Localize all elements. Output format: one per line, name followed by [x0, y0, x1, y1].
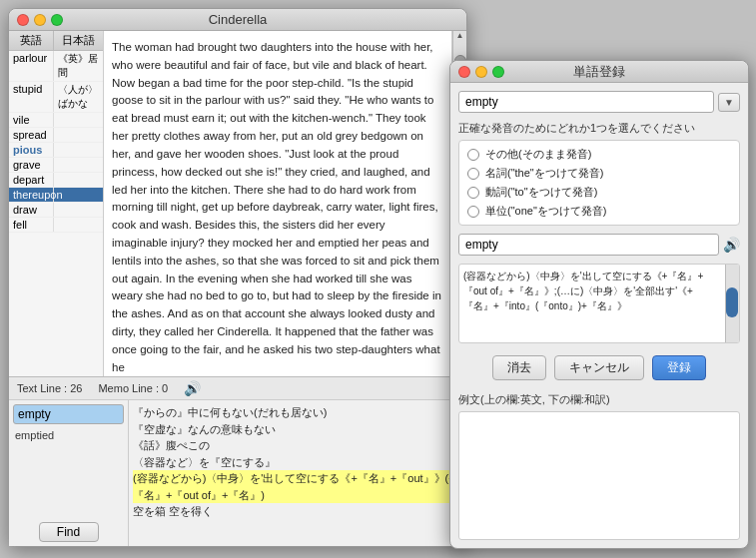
radio-noun-label: 名詞("the"をつけて発音) [485, 166, 603, 181]
radio-noun[interactable]: 名詞("the"をつけて発音) [467, 166, 731, 181]
example-box [458, 411, 740, 540]
radio-verb[interactable]: 動詞("to"をつけて発音) [467, 185, 731, 200]
main-window: Cinderella 英語 日本語 parlour 《英》居間 stupid [8, 8, 467, 547]
word-row[interactable]: fell [9, 218, 103, 233]
col-header-jp: 日本語 [54, 31, 103, 50]
memo-line-status: Memo Line : 0 [98, 382, 168, 394]
word-input[interactable] [458, 91, 714, 113]
radio-section: 正確な発音のためにどれか1つを選んでください その他(そのまま発音) 名詞("t… [458, 121, 740, 226]
radio-other-circle[interactable] [467, 149, 479, 161]
search-result: emptied [13, 428, 124, 442]
speaker-button[interactable]: 🔊 [723, 237, 740, 253]
col-header-en: 英語 [9, 31, 54, 50]
close-button[interactable] [17, 14, 29, 26]
dialog-titlebar: 単語登録 [450, 61, 748, 83]
traffic-lights [17, 14, 63, 26]
register-button[interactable]: 登録 [652, 355, 706, 380]
definition-main-text: (容器などから)〈中身〉を'出して空にする《+『名』+『out of』+『名』》… [463, 271, 703, 311]
delete-button[interactable]: 消去 [492, 355, 546, 380]
definition-scroll-thumb[interactable] [726, 287, 738, 317]
definition-textarea: (容器などから)〈中身〉を'出して空にする《+『名』+『out of』+『名』》… [458, 264, 740, 343]
example-section: 例文(上の欄:英文, 下の欄:和訳) [458, 392, 740, 540]
speaker-icon[interactable]: 🔊 [184, 380, 201, 396]
word-input-row: ▼ [458, 91, 740, 113]
definition-input[interactable] [458, 234, 719, 256]
definition-panel: 『からの』中に何もない(だれも居ない) 『空虚な』なんの意味もない 《話》腹ぺこ… [129, 400, 466, 546]
definition-scrollbar[interactable] [725, 265, 739, 342]
main-titlebar: Cinderella [9, 9, 466, 31]
bottom-main: emptied Find 『からの』中に何もない(だれも居ない) 『空虚な』なん… [9, 400, 466, 546]
status-bar: Text Line : 26 Memo Line : 0 🔊 [9, 377, 466, 400]
dropdown-arrow[interactable]: ▼ [718, 93, 740, 112]
radio-unit-label: 単位("one"をつけて発音) [485, 204, 607, 219]
radio-unit-circle[interactable] [467, 206, 479, 218]
minimize-button[interactable] [34, 14, 46, 26]
main-content: 英語 日本語 parlour 《英》居間 stupid 〈人が〉ばかな vile [9, 31, 466, 376]
word-list: parlour 《英》居間 stupid 〈人が〉ばかな vile spread… [9, 51, 103, 376]
radio-noun-circle[interactable] [467, 168, 479, 180]
radio-unit[interactable]: 単位("one"をつけて発音) [467, 204, 731, 219]
word-list-area: 英語 日本語 parlour 《英》居間 stupid 〈人が〉ばかな vile [9, 31, 104, 376]
text-line-status: Text Line : 26 [17, 382, 82, 394]
dialog-title: 単語登録 [450, 63, 748, 81]
bottom-panel: Text Line : 26 Memo Line : 0 🔊 emptied F… [9, 376, 466, 546]
word-row[interactable]: grave [9, 158, 103, 173]
find-button[interactable]: Find [39, 522, 99, 542]
radio-section-label: 正確な発音のためにどれか1つを選んでください [458, 121, 740, 136]
dialog-buttons: 消去 キャンセル 登録 [458, 351, 740, 384]
dialog-window: 単語登録 ▼ 正確な発音のためにどれか1つを選んでください その他(そのまま発音… [449, 60, 749, 549]
definition-input-row: 🔊 [458, 234, 740, 256]
radio-group: その他(そのまま発音) 名詞("the"をつけて発音) 動詞("to"をつけて発… [458, 140, 740, 226]
cancel-button[interactable]: キャンセル [554, 355, 644, 380]
text-area: The woman had brought two daughters into… [104, 31, 452, 376]
story-text: The woman had brought two daughters into… [112, 39, 443, 376]
word-row-thereupon[interactable]: thereupon [9, 188, 103, 203]
word-row[interactable]: parlour 《英》居間 [9, 51, 103, 82]
radio-verb-circle[interactable] [467, 187, 479, 199]
radio-other[interactable]: その他(そのまま発音) [467, 147, 731, 162]
text-section: The woman had brought two daughters into… [104, 31, 466, 376]
radio-verb-label: 動詞("to"をつけて発音) [485, 185, 597, 200]
example-label: 例文(上の欄:英文, 下の欄:和訳) [458, 392, 740, 407]
word-row[interactable]: draw [9, 203, 103, 218]
definition-content: (容器などから)〈中身〉を'出して空にする《+『名』+『out of』+『名』》… [459, 265, 723, 342]
search-input[interactable] [13, 404, 124, 424]
search-panel: emptied Find [9, 400, 129, 546]
word-row[interactable]: stupid 〈人が〉ばかな [9, 82, 103, 113]
word-row[interactable]: pious [9, 143, 103, 158]
word-row[interactable]: vile [9, 113, 103, 128]
definition-text: 『からの』中に何もない(だれも居ない) 『空虚な』なんの意味もない 《話》腹ぺこ… [133, 404, 462, 520]
scroll-up-arrow[interactable]: ▲ [453, 31, 466, 40]
maximize-button[interactable] [51, 14, 63, 26]
word-row[interactable]: spread [9, 128, 103, 143]
radio-other-label: その他(そのまま発音) [485, 147, 591, 162]
word-row[interactable]: depart [9, 173, 103, 188]
word-list-header: 英語 日本語 [9, 31, 103, 51]
window-title: Cinderella [9, 12, 466, 27]
dialog-body: ▼ 正確な発音のためにどれか1つを選んでください その他(そのまま発音) 名詞(… [450, 83, 748, 548]
